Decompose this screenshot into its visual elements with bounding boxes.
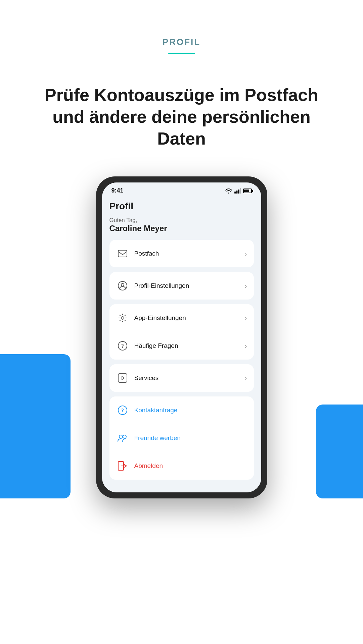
- page-header: PROFIL: [0, 0, 363, 64]
- user-circle-icon: [116, 279, 129, 292]
- blue-bg-right: [316, 405, 363, 498]
- greeting-section: Guten Tag, Caroline Meyer: [109, 217, 254, 233]
- abmelden-label: Abmelden: [134, 462, 247, 470]
- svg-rect-3: [240, 188, 241, 194]
- menu-item-freunde-werben[interactable]: Freunde werben: [109, 424, 254, 452]
- app-einstellungen-chevron: ›: [245, 314, 247, 322]
- haeufige-fragen-label: Häufige Fragen: [134, 342, 245, 350]
- phone-wrapper: 9:41: [96, 176, 267, 498]
- profil-einstellungen-label: Profil-Einstellungen: [134, 282, 245, 289]
- status-bar: 9:41: [102, 182, 261, 197]
- menu-item-app-einstellungen[interactable]: App-Einstellungen ›: [109, 304, 254, 332]
- greeting-text: Guten Tag,: [109, 217, 254, 224]
- svg-rect-4: [118, 250, 127, 257]
- app-einstellungen-label: App-Einstellungen: [134, 314, 245, 322]
- haeufige-fragen-chevron: ›: [245, 342, 247, 350]
- services-label: Services: [134, 374, 245, 382]
- freunde-werben-label: Freunde werben: [134, 434, 247, 442]
- kontaktanfrage-label: Kontaktanfrage: [134, 407, 247, 414]
- user-name: Caroline Meyer: [109, 224, 254, 233]
- profil-einstellungen-card: Profil-Einstellungen ›: [109, 272, 254, 300]
- status-icons: [225, 188, 252, 194]
- menu-item-profil[interactable]: Profil-Einstellungen ›: [109, 272, 254, 300]
- svg-text:?: ?: [121, 408, 124, 413]
- settings-faq-card: App-Einstellungen › ? Häufige Fragen: [109, 304, 254, 360]
- postfach-chevron: ›: [245, 250, 247, 258]
- wifi-icon: [225, 188, 232, 194]
- mail-icon: [116, 247, 129, 260]
- phone-inner: 9:41: [102, 182, 261, 492]
- friends-icon: [116, 432, 129, 444]
- services-chevron: ›: [245, 374, 247, 382]
- settings-icon: [116, 312, 129, 324]
- page-title: PROFIL: [0, 37, 363, 47]
- battery-icon: [243, 189, 252, 193]
- hero-text: Prüfe Kontoauszüge im Postfach und änder…: [0, 64, 363, 150]
- menu-item-postfach[interactable]: Postfach ›: [109, 240, 254, 267]
- svg-point-14: [123, 435, 126, 438]
- phone-section: 9:41: [0, 176, 363, 498]
- title-underline: [168, 53, 195, 54]
- svg-point-6: [121, 283, 124, 286]
- logout-icon: [116, 460, 129, 472]
- links-card: ? Kontaktanfrage: [109, 396, 254, 480]
- profile-screen-title: Profil: [109, 201, 254, 212]
- menu-item-services[interactable]: Services ›: [109, 364, 254, 392]
- menu-item-haeufige-fragen[interactable]: ? Häufige Fragen ›: [109, 332, 254, 360]
- services-card: Services ›: [109, 364, 254, 392]
- menu-item-abmelden[interactable]: Abmelden: [109, 452, 254, 480]
- signal-icon: [234, 188, 241, 194]
- contact-icon: ?: [116, 404, 129, 417]
- services-icon: [116, 372, 129, 384]
- postfach-card: Postfach ›: [109, 240, 254, 267]
- svg-point-13: [119, 435, 123, 438]
- help-circle-icon: ?: [116, 339, 129, 352]
- svg-rect-10: [118, 374, 127, 382]
- blue-bg-left: [0, 354, 71, 498]
- menu-item-kontaktanfrage[interactable]: ? Kontaktanfrage: [109, 396, 254, 424]
- postfach-label: Postfach: [134, 250, 245, 257]
- svg-rect-1: [236, 191, 237, 194]
- status-time: 9:41: [111, 187, 124, 194]
- svg-rect-0: [234, 192, 236, 194]
- phone-frame: 9:41: [96, 176, 267, 498]
- svg-rect-2: [238, 190, 239, 194]
- phone-content: Profil Guten Tag, Caroline Meyer: [102, 197, 261, 492]
- profil-chevron: ›: [245, 282, 247, 290]
- svg-text:?: ?: [121, 343, 124, 349]
- svg-point-7: [121, 317, 124, 319]
